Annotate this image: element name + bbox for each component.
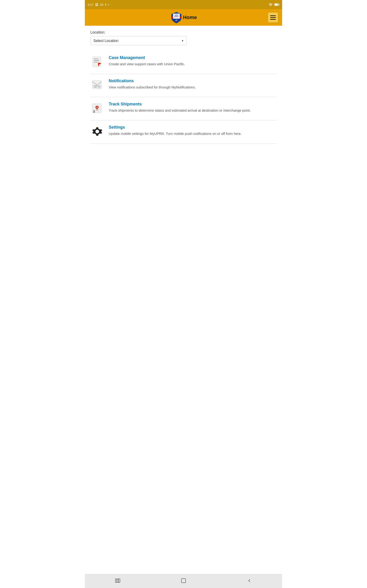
back-arrow-icon	[247, 578, 252, 583]
track-shipments-desc: Track shipments to determine status and …	[109, 108, 277, 113]
case-management-title: Case Management	[109, 55, 277, 60]
location-select[interactable]: Select Location	[90, 36, 187, 45]
case-management-text: Case Management Create and view support …	[109, 55, 277, 67]
status-bar-right	[268, 3, 279, 6]
bottom-navigation	[85, 574, 282, 588]
settings-desc: Update mobile settings for MyUPRR. Turn …	[109, 131, 277, 137]
svg-rect-35	[181, 579, 186, 583]
hamburger-line-2	[270, 17, 276, 18]
svg-rect-19	[98, 86, 100, 86]
union-pacific-logo: UNION PACIFIC UP	[170, 11, 183, 24]
notifications-desc: View notifications subscribed for throug…	[109, 85, 277, 90]
svg-text:PACIFIC: PACIFIC	[174, 16, 179, 17]
menu-button[interactable]	[267, 12, 278, 23]
svg-rect-32	[115, 579, 117, 582]
recent-apps-icon	[115, 578, 120, 583]
settings-title: Settings	[109, 125, 277, 130]
svg-point-29	[93, 110, 95, 112]
svg-rect-16	[94, 86, 98, 86]
page-title: Home	[183, 15, 197, 20]
logo-container: UNION PACIFIC UP	[170, 11, 183, 24]
svg-rect-20	[98, 87, 100, 87]
location-label: Location:	[90, 30, 277, 35]
toolbar: UNION PACIFIC UP Home	[85, 9, 282, 26]
notifications-text: Notifications View notifications subscri…	[109, 78, 277, 90]
settings-icon	[90, 125, 104, 139]
svg-rect-30	[93, 112, 95, 113]
hamburger-line-3	[270, 19, 276, 20]
photo-icon: 🖼	[95, 3, 98, 6]
svg-point-31	[95, 130, 99, 133]
battery-icon	[274, 3, 279, 6]
case-management-desc: Create and view support cases with Union…	[109, 61, 277, 67]
svg-rect-17	[94, 87, 97, 87]
svg-rect-11	[98, 63, 99, 66]
home-circle-icon	[181, 578, 186, 583]
case-management-svg-icon	[91, 56, 104, 69]
track-shipments-text: Track Shipments Track shipments to deter…	[109, 102, 277, 113]
menu-item-case-management[interactable]: Case Management Create and view support …	[90, 51, 277, 74]
svg-point-27	[97, 107, 98, 108]
notifications-title: Notifications	[109, 78, 277, 83]
dot-indicator: •	[108, 3, 109, 6]
track-shipments-svg-icon	[91, 102, 104, 115]
nav-home-button[interactable]	[176, 576, 191, 587]
nav-recent-apps-button[interactable]	[110, 576, 125, 587]
menu-item-track-shipments[interactable]: Track Shipments Track shipments to deter…	[90, 97, 277, 120]
main-content: Location: Select Location ▼	[85, 26, 282, 574]
menu-item-settings[interactable]: Settings Update mobile settings for MyUP…	[90, 120, 277, 144]
facebook-icon: f	[105, 3, 106, 6]
track-shipments-icon	[90, 102, 104, 115]
svg-rect-33	[117, 579, 118, 582]
svg-rect-8	[94, 59, 98, 59]
settings-text: Settings Update mobile settings for MyUP…	[109, 125, 277, 137]
menu-list: Case Management Create and view support …	[90, 51, 277, 144]
status-bar-left: 9:17 🖼 52 f •	[88, 3, 109, 6]
nav-back-button[interactable]	[242, 576, 257, 587]
case-management-icon	[90, 55, 104, 69]
notifications-icon	[90, 78, 104, 92]
location-section: Location: Select Location ▼	[90, 30, 277, 45]
svg-rect-9	[94, 60, 99, 61]
menu-item-notifications[interactable]: Notifications View notifications subscri…	[90, 74, 277, 97]
battery-percentage: 52	[100, 3, 103, 6]
status-bar: 9:17 🖼 52 f •	[85, 0, 282, 9]
track-shipments-title: Track Shipments	[109, 102, 277, 107]
svg-text:UNION: UNION	[175, 15, 178, 16]
notifications-svg-icon	[91, 79, 104, 92]
svg-rect-34	[119, 579, 120, 582]
svg-text:UP: UP	[175, 19, 178, 21]
hamburger-line-1	[270, 15, 276, 16]
time-display: 9:17	[88, 3, 93, 6]
svg-rect-1	[279, 4, 279, 5]
svg-rect-10	[94, 62, 98, 62]
svg-rect-2	[275, 4, 278, 6]
location-select-wrapper: Select Location ▼	[90, 36, 187, 45]
settings-svg-icon	[91, 125, 104, 138]
wifi-icon	[268, 3, 273, 6]
